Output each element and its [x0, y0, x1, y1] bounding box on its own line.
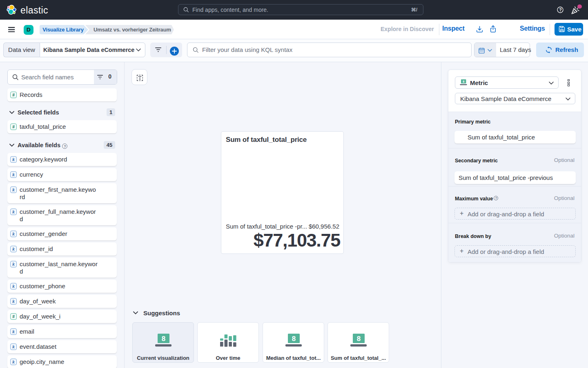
svg-text:8: 8: [292, 335, 296, 343]
svg-text:8: 8: [162, 335, 165, 343]
svg-text:8: 8: [357, 335, 361, 343]
svg-text:8: 8: [463, 80, 464, 83]
